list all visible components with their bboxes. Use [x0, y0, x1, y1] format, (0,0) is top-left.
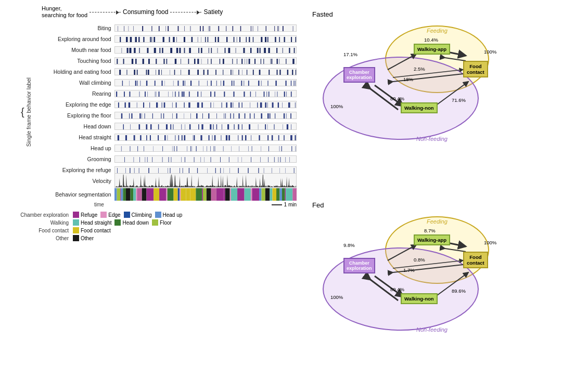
legend-item-label: Other	[81, 236, 94, 241]
svg-rect-336	[184, 135, 185, 141]
behavior-label: Holding and eating food	[34, 69, 114, 75]
svg-rect-279	[224, 113, 224, 119]
svg-rect-238	[172, 102, 173, 108]
svg-rect-1	[124, 26, 124, 32]
behavior-row: Velocity	[34, 176, 297, 186]
svg-rect-356	[295, 135, 296, 141]
svg-rect-75	[176, 48, 178, 54]
svg-rect-379	[251, 146, 252, 152]
svg-rect-179	[216, 81, 216, 86]
svg-rect-233	[143, 102, 144, 108]
behavior-row: Exploring the floor	[34, 110, 297, 121]
svg-rect-172	[177, 81, 178, 86]
svg-rect-445	[130, 188, 133, 201]
svg-rect-373	[213, 146, 214, 152]
svg-rect-175	[190, 81, 191, 86]
svg-rect-217	[233, 92, 234, 97]
arrow1	[90, 12, 121, 12]
svg-rect-44	[198, 37, 198, 43]
svg-rect-125	[270, 59, 271, 64]
fed-title: Fed	[312, 201, 552, 209]
fed-p4: 0.8%	[414, 257, 425, 263]
svg-rect-231	[128, 102, 130, 108]
svg-rect-482	[279, 188, 282, 201]
svg-rect-478	[265, 188, 270, 201]
svg-rect-153	[247, 70, 247, 75]
svg-rect-128	[279, 59, 279, 64]
svg-rect-261	[295, 102, 296, 108]
svg-rect-180	[221, 81, 221, 86]
svg-rect-89	[257, 48, 259, 54]
svg-rect-96	[293, 48, 295, 54]
legend-items: Head straightHead downFloor	[73, 219, 172, 226]
behavior-row: Wall climbing	[34, 77, 297, 88]
svg-rect-457	[180, 188, 181, 201]
svg-rect-194	[293, 81, 294, 86]
svg-rect-31	[130, 37, 131, 43]
svg-rect-372	[210, 146, 211, 152]
svg-rect-157	[276, 70, 277, 75]
svg-rect-177	[207, 81, 208, 86]
svg-rect-16	[218, 26, 219, 32]
svg-rect-34	[143, 37, 144, 43]
svg-rect-329	[150, 135, 151, 141]
legend-item-label: Climbing	[132, 212, 152, 218]
svg-rect-222	[266, 92, 267, 97]
svg-rect-148	[223, 70, 223, 75]
svg-rect-183	[234, 81, 234, 86]
svg-rect-366	[187, 146, 187, 152]
y-axis-label: Single frame behavior label	[25, 77, 32, 147]
svg-rect-26	[278, 26, 279, 32]
svg-rect-131	[119, 70, 121, 75]
scale-bar	[272, 204, 282, 205]
svg-rect-348	[245, 135, 247, 141]
svg-rect-132	[126, 70, 127, 75]
svg-rect-33	[138, 37, 139, 43]
svg-rect-51	[233, 37, 234, 43]
svg-rect-193	[291, 81, 291, 86]
svg-rect-149	[231, 70, 232, 75]
legend-item: Refuge	[73, 212, 97, 218]
svg-rect-392	[162, 157, 162, 163]
svg-rect-113	[211, 59, 211, 64]
behavior-row: Head up	[34, 143, 297, 153]
svg-rect-468	[224, 188, 225, 201]
behavior-label: Velocity	[34, 178, 114, 184]
svg-rect-303	[181, 124, 182, 130]
svg-rect-129	[286, 59, 286, 64]
svg-rect-387	[133, 157, 134, 163]
y-axis-area: { Single frame behavior label	[21, 23, 34, 201]
svg-rect-159	[287, 70, 288, 75]
svg-rect-212	[197, 92, 198, 97]
fasted-p1: 17.1%	[343, 51, 357, 57]
legend-color-swatch	[73, 227, 79, 233]
svg-rect-106	[174, 59, 176, 64]
svg-rect-398	[200, 157, 201, 163]
svg-rect-259	[282, 102, 283, 108]
svg-rect-210	[183, 92, 184, 97]
chart-area: BitingExploring around foodMouth near fo…	[34, 23, 297, 201]
svg-rect-30	[126, 37, 127, 43]
svg-rect-221	[263, 92, 264, 97]
legend-color-swatch	[124, 212, 130, 218]
fed-food-contact-box: Foodcontact	[463, 252, 488, 268]
svg-rect-440	[117, 188, 120, 201]
svg-rect-24	[274, 26, 275, 32]
svg-rect-165	[137, 81, 137, 86]
svg-rect-249	[233, 102, 233, 108]
behavior-track	[114, 46, 297, 54]
svg-rect-367	[190, 146, 191, 152]
svg-rect-104	[163, 59, 164, 64]
svg-rect-93	[276, 48, 277, 54]
fed-p3: 100%	[484, 240, 496, 245]
svg-rect-474	[251, 188, 252, 201]
svg-rect-162	[122, 81, 122, 86]
svg-rect-477	[261, 188, 265, 201]
fed-section: Fed Feeding Non-feeding	[307, 196, 557, 387]
svg-rect-141	[174, 70, 175, 75]
svg-rect-407	[268, 157, 269, 163]
svg-rect-166	[140, 81, 140, 86]
svg-rect-184	[241, 81, 242, 86]
svg-rect-216	[224, 92, 225, 97]
svg-rect-309	[213, 124, 213, 130]
